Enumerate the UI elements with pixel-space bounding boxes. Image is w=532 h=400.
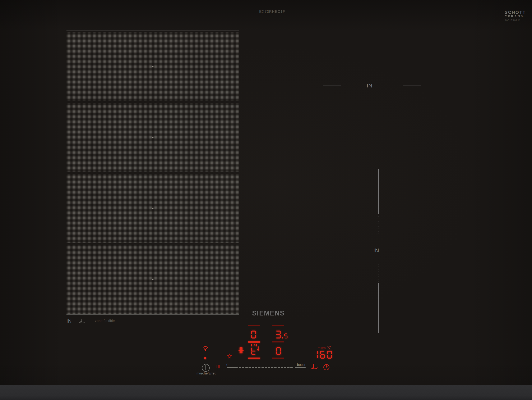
slider-min-label: 0	[226, 363, 228, 367]
glass-serial-number: 9001739822	[505, 19, 526, 22]
model-number-label: EX73RHEC1F	[259, 10, 285, 14]
zone-mark-line	[413, 251, 458, 251]
flex-zone-top-line	[66, 31, 239, 31]
flex-zone-segment-3	[66, 174, 239, 243]
right-zone-power-display[interactable]	[276, 330, 288, 338]
power-button-label: marche/arrêt	[196, 372, 215, 375]
thermometer-icon	[257, 346, 260, 351]
slider-track-end[interactable]	[295, 367, 306, 368]
schott-logo-line2: CERAN®	[505, 15, 526, 18]
slider-max-label: boost	[297, 363, 305, 367]
flex-zone-segment-4	[66, 245, 239, 314]
cooktop-surface: EX73RHEC1F SCHOTT CERAN® 9001739822 IN z…	[0, 0, 532, 400]
temperature-unit-label: °C	[327, 346, 331, 349]
power-button[interactable]	[202, 364, 210, 372]
pot-detection-dot	[152, 208, 153, 209]
flex-zone-segment-2	[66, 103, 239, 172]
power-slider[interactable]	[227, 367, 306, 368]
cooktop-front-edge	[0, 385, 532, 400]
slider-track-start[interactable]	[227, 367, 238, 368]
status-indicator-dot	[204, 357, 206, 359]
pot-detection-dot	[152, 137, 153, 138]
zone-mark-dots	[372, 56, 372, 73]
fry-sensor-icon[interactable]	[310, 363, 319, 370]
flex-zone-caption: IN zone flexible	[66, 318, 115, 324]
flex-zone-in-label: IN	[66, 318, 72, 324]
zone-mark-dots	[379, 263, 379, 282]
timer-value-display[interactable]	[313, 351, 332, 359]
zone-mark-dots	[385, 86, 402, 86]
slider-track-dashes[interactable]	[239, 367, 293, 368]
zone-separator-bar-dim	[272, 341, 284, 342]
flex-zone-bottom-line	[66, 314, 239, 315]
pot-detection-dot	[152, 66, 153, 67]
right-zone-timer-display[interactable]	[276, 347, 281, 355]
flex-induction-zone: IN zone flexible	[66, 31, 239, 326]
schott-ceran-logo: SCHOTT CERAN® 9001739822	[505, 10, 526, 22]
left-zone-mode-display[interactable]	[251, 347, 256, 355]
favorite-star-icon[interactable]	[227, 353, 233, 359]
left-zone-power-display[interactable]	[251, 330, 256, 338]
zone-in-label: IN	[367, 82, 373, 89]
zone-mark-dots	[393, 251, 413, 251]
schott-logo-line1: SCHOTT	[505, 10, 526, 15]
fry-sensor-icon-gray	[78, 318, 86, 324]
zone-mark-dots	[345, 251, 365, 251]
flex-zone-segment-1	[66, 32, 239, 101]
pot-detection-dot	[152, 279, 153, 280]
pause-icon[interactable]	[216, 365, 220, 368]
width-arrow-icon	[251, 344, 257, 346]
cooking-zone-top-right: IN	[323, 37, 421, 135]
zone-mark-line	[378, 169, 379, 214]
flex-zone-name-label: zone flexible	[95, 319, 115, 323]
timer-clock-icon[interactable]	[323, 364, 330, 370]
zone-separator-bar-bright	[248, 341, 260, 343]
siemens-logo: SIEMENS	[252, 309, 285, 317]
zone-mark-line	[299, 251, 344, 251]
zone-mark-line	[378, 283, 379, 333]
zone-mark-dots	[379, 215, 379, 234]
zone-mark-line	[372, 117, 372, 135]
zone-mark-line	[372, 37, 372, 55]
wifi-icon[interactable]	[203, 346, 208, 351]
timer-unit-label: min:s	[318, 346, 326, 350]
zone-transfer-indicator	[239, 347, 244, 354]
zone-separator-bar-dim	[248, 325, 260, 326]
zone-mark-dots	[342, 86, 359, 86]
zone-in-label: IN	[373, 247, 379, 254]
zone-separator-bar-bright	[248, 358, 260, 359]
zone-mark-line	[403, 86, 421, 86]
zone-mark-dots	[372, 99, 372, 116]
zone-separator-bar-dim	[272, 325, 284, 326]
cooking-zone-bottom-right: IN	[299, 169, 458, 333]
zone-mark-line	[323, 86, 341, 86]
zone-separator-bar-dim	[272, 358, 284, 359]
